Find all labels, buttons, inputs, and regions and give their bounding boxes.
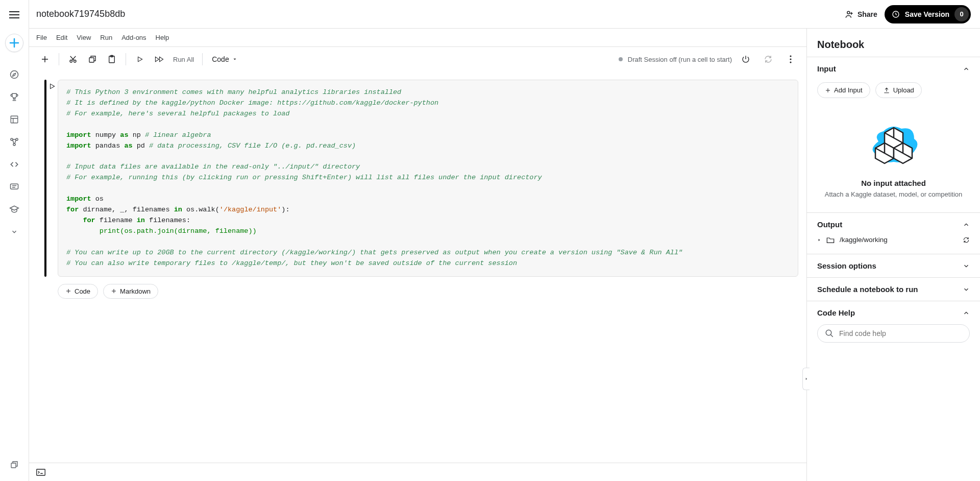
svg-point-15 bbox=[790, 58, 791, 60]
add-code-cell-button[interactable]: Code bbox=[58, 284, 98, 299]
console-toggle-icon[interactable] bbox=[36, 469, 45, 476]
main-area: notebook719745b8db Share Save Version 0 … bbox=[29, 0, 980, 481]
code-help-input[interactable] bbox=[839, 329, 962, 338]
output-folder-row[interactable]: /kaggle/working bbox=[817, 236, 970, 244]
folder-icon bbox=[826, 236, 835, 244]
section-input-label: Input bbox=[817, 64, 836, 73]
run-all-button[interactable]: Run All bbox=[170, 56, 197, 63]
section-output: Output /kaggle/working bbox=[807, 212, 980, 254]
chevron-down-icon[interactable] bbox=[4, 222, 24, 242]
add-input-button[interactable]: Add Input bbox=[817, 82, 870, 98]
chevron-down-icon bbox=[963, 286, 970, 293]
section-session: Session options bbox=[807, 254, 980, 277]
divider bbox=[59, 53, 59, 65]
section-output-header[interactable]: Output bbox=[807, 213, 980, 236]
panel-collapse-handle[interactable] bbox=[802, 368, 810, 390]
create-button[interactable] bbox=[5, 34, 23, 52]
menu-run[interactable]: Run bbox=[100, 34, 112, 41]
menu-addons[interactable]: Add-ons bbox=[121, 34, 146, 41]
svg-point-7 bbox=[847, 11, 850, 14]
notebook-body: # This Python 3 environment comes with m… bbox=[29, 71, 806, 463]
menubar: File Edit View Run Add-ons Help bbox=[29, 29, 806, 47]
upload-label: Upload bbox=[893, 86, 914, 94]
version-count: 0 bbox=[954, 7, 969, 21]
add-code-label: Code bbox=[75, 287, 90, 295]
add-cell-buttons: Code Markdown bbox=[58, 284, 798, 299]
session-status: Draft Session off (run a cell to start) bbox=[628, 56, 732, 63]
chevron-up-icon bbox=[963, 309, 970, 317]
run-next-button[interactable] bbox=[151, 51, 168, 68]
code-cell-row: # This Python 3 environment comes with m… bbox=[29, 80, 798, 277]
header: notebook719745b8db Share Save Version 0 bbox=[29, 0, 980, 29]
menu-view[interactable]: View bbox=[77, 34, 91, 41]
toolbar: Run All Code Draft Session off (run a ce… bbox=[29, 47, 806, 71]
boxes-illustration bbox=[863, 118, 924, 170]
search-icon bbox=[825, 329, 834, 338]
cell-type-label: Code bbox=[212, 55, 229, 63]
code-icon[interactable] bbox=[4, 154, 24, 175]
no-input-subtitle: Attach a Kaggle dataset, model, or compe… bbox=[817, 190, 970, 198]
cut-button[interactable] bbox=[64, 51, 82, 68]
divider bbox=[202, 53, 203, 65]
restart-button[interactable] bbox=[760, 51, 777, 68]
right-panel: Notebook Input Add Input bbox=[806, 29, 980, 481]
refresh-output-icon[interactable] bbox=[963, 236, 970, 244]
model-icon[interactable] bbox=[4, 132, 24, 152]
add-cell-button[interactable] bbox=[36, 51, 54, 68]
power-button[interactable] bbox=[737, 51, 754, 68]
cell-type-select[interactable]: Code bbox=[208, 55, 241, 63]
section-schedule-header[interactable]: Schedule a notebook to run bbox=[807, 278, 980, 301]
section-schedule: Schedule a notebook to run bbox=[807, 277, 980, 301]
status-dot bbox=[619, 57, 623, 61]
cell-selection-indicator bbox=[44, 80, 46, 277]
chevron-up-icon bbox=[963, 221, 970, 228]
discussions-icon[interactable] bbox=[4, 177, 24, 197]
run-cell-button[interactable] bbox=[131, 51, 149, 68]
add-markdown-cell-button[interactable]: Markdown bbox=[103, 284, 158, 299]
menu-help[interactable]: Help bbox=[156, 34, 169, 41]
notebook-title[interactable]: notebook719745b8db bbox=[36, 9, 125, 19]
run-cell-icon[interactable] bbox=[48, 83, 56, 90]
no-input-placeholder: No input attached Attach a Kaggle datase… bbox=[817, 118, 970, 198]
svg-point-14 bbox=[790, 55, 791, 57]
no-input-title: No input attached bbox=[817, 179, 970, 187]
console-bar bbox=[29, 463, 806, 481]
chevron-down-icon bbox=[963, 262, 970, 270]
paste-button[interactable] bbox=[103, 51, 120, 68]
upload-button[interactable]: Upload bbox=[875, 82, 922, 98]
section-code-help: Code Help bbox=[807, 301, 980, 353]
section-session-label: Session options bbox=[817, 261, 876, 270]
chevron-up-icon bbox=[963, 65, 970, 73]
chevron-right-icon bbox=[817, 238, 821, 242]
svg-rect-6 bbox=[11, 463, 16, 468]
section-input-header[interactable]: Input bbox=[807, 57, 980, 80]
svg-point-16 bbox=[790, 61, 791, 63]
svg-rect-5 bbox=[11, 184, 18, 189]
save-version-label: Save Version bbox=[905, 10, 949, 18]
copy-button[interactable] bbox=[84, 51, 101, 68]
add-markdown-label: Markdown bbox=[120, 287, 151, 295]
share-button[interactable]: Share bbox=[844, 9, 877, 19]
window-restore-icon[interactable] bbox=[4, 454, 24, 475]
svg-rect-17 bbox=[37, 469, 45, 475]
svg-rect-11 bbox=[89, 58, 94, 62]
svg-rect-1 bbox=[11, 116, 18, 123]
save-version-button[interactable]: Save Version 0 bbox=[885, 5, 971, 23]
panel-title: Notebook bbox=[807, 29, 980, 57]
menu-icon[interactable] bbox=[9, 11, 19, 18]
trophy-icon[interactable] bbox=[4, 87, 24, 107]
code-help-search[interactable] bbox=[817, 324, 970, 343]
section-session-header[interactable]: Session options bbox=[807, 254, 980, 277]
section-schedule-label: Schedule a notebook to run bbox=[817, 285, 918, 294]
share-label: Share bbox=[857, 10, 877, 18]
svg-point-18 bbox=[826, 330, 831, 335]
more-options-button[interactable] bbox=[782, 51, 799, 68]
left-rail bbox=[0, 0, 29, 481]
table-icon[interactable] bbox=[4, 109, 24, 130]
section-code-help-header[interactable]: Code Help bbox=[807, 301, 980, 324]
menu-file[interactable]: File bbox=[36, 34, 47, 41]
compass-icon[interactable] bbox=[4, 64, 24, 85]
learn-icon[interactable] bbox=[4, 199, 24, 220]
menu-edit[interactable]: Edit bbox=[56, 34, 67, 41]
code-cell-editor[interactable]: # This Python 3 environment comes with m… bbox=[58, 80, 798, 277]
